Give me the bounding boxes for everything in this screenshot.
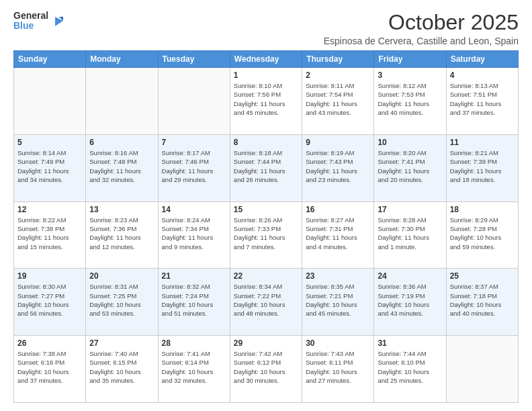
calendar-cell (158, 68, 230, 135)
day-info: Sunrise: 8:37 AM Sunset: 7:18 PM Dayligh… (450, 282, 515, 318)
calendar-cell: 2Sunrise: 8:11 AM Sunset: 7:54 PM Daylig… (302, 68, 374, 135)
day-number: 10 (378, 138, 442, 147)
calendar-cell (14, 68, 86, 135)
calendar-cell: 25Sunrise: 8:37 AM Sunset: 7:18 PM Dayli… (446, 269, 518, 336)
day-number: 8 (234, 138, 298, 147)
day-info: Sunrise: 8:21 AM Sunset: 7:39 PM Dayligh… (450, 148, 515, 184)
calendar-cell: 14Sunrise: 8:24 AM Sunset: 7:34 PM Dayli… (158, 201, 230, 269)
day-number: 30 (306, 338, 370, 348)
calendar-cell: 7Sunrise: 8:17 AM Sunset: 7:46 PM Daylig… (158, 134, 230, 201)
weekday-sunday: Sunday (14, 51, 86, 68)
day-number: 2 (306, 71, 370, 80)
day-number: 24 (378, 271, 442, 281)
day-number: 29 (234, 338, 298, 348)
weekday-tuesday: Tuesday (158, 51, 230, 68)
day-info: Sunrise: 8:29 AM Sunset: 7:28 PM Dayligh… (450, 216, 515, 251)
day-number: 1 (234, 71, 298, 80)
weekday-saturday: Saturday (446, 51, 518, 68)
calendar-cell: 31Sunrise: 7:44 AM Sunset: 6:10 PM Dayli… (374, 336, 446, 403)
day-info: Sunrise: 8:12 AM Sunset: 7:53 PM Dayligh… (378, 81, 442, 117)
day-info: Sunrise: 8:16 AM Sunset: 7:48 PM Dayligh… (89, 148, 154, 184)
day-number: 23 (306, 271, 370, 281)
day-info: Sunrise: 8:24 AM Sunset: 7:34 PM Dayligh… (162, 216, 226, 251)
calendar-cell: 21Sunrise: 8:32 AM Sunset: 7:24 PM Dayli… (158, 269, 230, 336)
calendar-week-1: 1Sunrise: 8:10 AM Sunset: 7:56 PM Daylig… (14, 68, 519, 135)
day-number: 7 (162, 138, 226, 147)
location: Espinosa de Cervera, Castille and Leon, … (324, 36, 519, 46)
weekday-thursday: Thursday (302, 51, 374, 68)
day-number: 18 (450, 205, 515, 214)
day-number: 9 (306, 138, 370, 147)
calendar-cell: 12Sunrise: 8:22 AM Sunset: 7:38 PM Dayli… (14, 201, 86, 269)
day-number: 4 (450, 71, 515, 80)
day-info: Sunrise: 8:17 AM Sunset: 7:46 PM Dayligh… (162, 148, 226, 184)
calendar-cell: 29Sunrise: 7:42 AM Sunset: 6:12 PM Dayli… (230, 336, 302, 403)
calendar-week-4: 19Sunrise: 8:30 AM Sunset: 7:27 PM Dayli… (14, 269, 519, 336)
day-info: Sunrise: 8:18 AM Sunset: 7:44 PM Dayligh… (234, 148, 298, 184)
day-number: 21 (162, 271, 226, 281)
calendar-cell: 5Sunrise: 8:14 AM Sunset: 7:49 PM Daylig… (14, 134, 86, 201)
day-number: 11 (450, 138, 515, 147)
day-info: Sunrise: 8:26 AM Sunset: 7:33 PM Dayligh… (234, 216, 298, 251)
calendar-cell: 18Sunrise: 8:29 AM Sunset: 7:28 PM Dayli… (446, 201, 518, 269)
calendar-cell: 8Sunrise: 8:18 AM Sunset: 7:44 PM Daylig… (230, 134, 302, 201)
day-info: Sunrise: 8:10 AM Sunset: 7:56 PM Dayligh… (234, 81, 298, 117)
day-info: Sunrise: 8:34 AM Sunset: 7:22 PM Dayligh… (234, 282, 298, 318)
calendar-cell: 26Sunrise: 7:38 AM Sunset: 6:16 PM Dayli… (14, 336, 86, 403)
day-info: Sunrise: 8:13 AM Sunset: 7:51 PM Dayligh… (450, 81, 515, 117)
day-number: 13 (89, 205, 154, 214)
day-number: 3 (378, 71, 442, 80)
calendar-cell: 24Sunrise: 8:36 AM Sunset: 7:19 PM Dayli… (374, 269, 446, 336)
logo-wordmark: General Blue (13, 11, 48, 32)
header: General Blue October 2025 Espinosa de Ce… (13, 11, 519, 46)
day-number: 6 (89, 138, 154, 147)
day-info: Sunrise: 7:44 AM Sunset: 6:10 PM Dayligh… (378, 349, 442, 385)
calendar-cell: 3Sunrise: 8:12 AM Sunset: 7:53 PM Daylig… (374, 68, 446, 135)
day-number: 19 (17, 271, 82, 281)
weekday-friday: Friday (374, 51, 446, 68)
day-info: Sunrise: 7:38 AM Sunset: 6:16 PM Dayligh… (17, 349, 82, 385)
day-number: 25 (450, 271, 515, 281)
day-number: 28 (162, 338, 226, 348)
day-number: 14 (162, 205, 226, 214)
day-number: 20 (89, 271, 154, 281)
day-info: Sunrise: 7:43 AM Sunset: 6:11 PM Dayligh… (306, 349, 370, 385)
calendar-table: SundayMondayTuesdayWednesdayThursdayFrid… (13, 50, 519, 403)
calendar-week-2: 5Sunrise: 8:14 AM Sunset: 7:49 PM Daylig… (14, 134, 519, 201)
calendar-cell: 22Sunrise: 8:34 AM Sunset: 7:22 PM Dayli… (230, 269, 302, 336)
day-info: Sunrise: 8:27 AM Sunset: 7:31 PM Dayligh… (306, 216, 370, 251)
calendar-cell (446, 336, 518, 403)
day-info: Sunrise: 8:36 AM Sunset: 7:19 PM Dayligh… (378, 282, 442, 318)
calendar-cell (86, 68, 158, 135)
calendar-cell: 6Sunrise: 8:16 AM Sunset: 7:48 PM Daylig… (86, 134, 158, 201)
calendar-cell: 15Sunrise: 8:26 AM Sunset: 7:33 PM Dayli… (230, 201, 302, 269)
day-number: 17 (378, 205, 442, 214)
logo-blue: Blue (13, 21, 48, 31)
day-info: Sunrise: 8:32 AM Sunset: 7:24 PM Dayligh… (162, 282, 226, 318)
calendar-cell: 19Sunrise: 8:30 AM Sunset: 7:27 PM Dayli… (14, 269, 86, 336)
calendar-cell: 11Sunrise: 8:21 AM Sunset: 7:39 PM Dayli… (446, 134, 518, 201)
day-info: Sunrise: 8:31 AM Sunset: 7:25 PM Dayligh… (89, 282, 154, 318)
day-number: 12 (17, 205, 82, 214)
day-info: Sunrise: 8:35 AM Sunset: 7:21 PM Dayligh… (306, 282, 370, 318)
calendar-cell: 20Sunrise: 8:31 AM Sunset: 7:25 PM Dayli… (86, 269, 158, 336)
day-info: Sunrise: 8:23 AM Sunset: 7:36 PM Dayligh… (89, 216, 154, 251)
calendar-cell: 17Sunrise: 8:28 AM Sunset: 7:30 PM Dayli… (374, 201, 446, 269)
day-info: Sunrise: 8:30 AM Sunset: 7:27 PM Dayligh… (17, 282, 82, 318)
day-number: 27 (89, 338, 154, 348)
weekday-header-row: SundayMondayTuesdayWednesdayThursdayFrid… (14, 51, 519, 68)
title-block: October 2025 Espinosa de Cervera, Castil… (324, 11, 519, 46)
day-info: Sunrise: 7:41 AM Sunset: 6:14 PM Dayligh… (162, 349, 226, 385)
day-info: Sunrise: 7:40 AM Sunset: 6:15 PM Dayligh… (89, 349, 154, 385)
calendar-cell: 27Sunrise: 7:40 AM Sunset: 6:15 PM Dayli… (86, 336, 158, 403)
day-info: Sunrise: 8:19 AM Sunset: 7:43 PM Dayligh… (306, 148, 370, 184)
day-number: 15 (234, 205, 298, 214)
day-info: Sunrise: 8:11 AM Sunset: 7:54 PM Dayligh… (306, 81, 370, 117)
day-number: 26 (17, 338, 82, 348)
calendar-cell: 16Sunrise: 8:27 AM Sunset: 7:31 PM Dayli… (302, 201, 374, 269)
day-info: Sunrise: 8:22 AM Sunset: 7:38 PM Dayligh… (17, 216, 82, 251)
calendar-cell: 4Sunrise: 8:13 AM Sunset: 7:51 PM Daylig… (446, 68, 518, 135)
day-info: Sunrise: 8:14 AM Sunset: 7:49 PM Dayligh… (17, 148, 82, 184)
calendar-cell: 9Sunrise: 8:19 AM Sunset: 7:43 PM Daylig… (302, 134, 374, 201)
calendar-cell: 28Sunrise: 7:41 AM Sunset: 6:14 PM Dayli… (158, 336, 230, 403)
